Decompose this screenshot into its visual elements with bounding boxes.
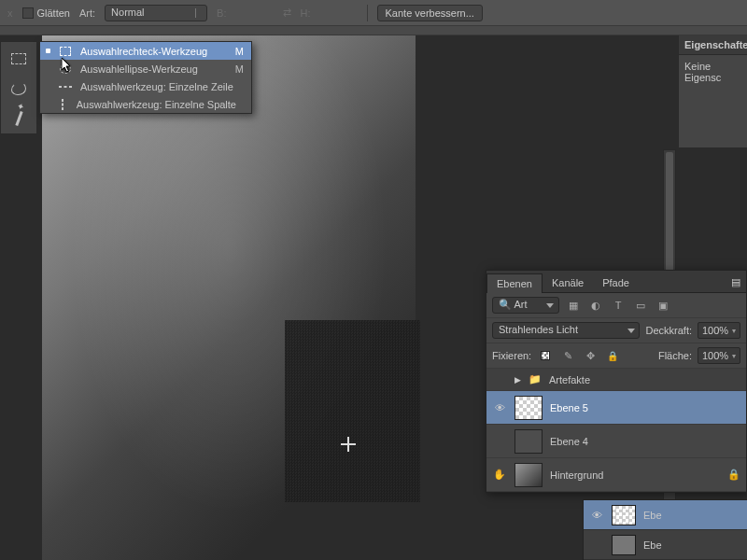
lock-position-icon[interactable] — [582, 348, 599, 363]
options-bar: x Glätten Art: Normal B: ⇄ H: Kante verb… — [0, 0, 747, 26]
lasso-tool-button[interactable] — [7, 77, 30, 100]
right-collapsed-panel: 👁 Ebe Ebe — [583, 499, 747, 560]
flyout-item-label: Auswahlwerkzeug: Einzelne Spalte — [77, 99, 236, 110]
layers-filter-row: 🔍 Art ▦ ◐ T ▭ ▣ — [486, 293, 746, 318]
lasso-icon — [11, 82, 26, 95]
flyout-item-label: Auswahlrechteck-Werkzeug — [80, 46, 228, 57]
wand-icon — [15, 111, 22, 126]
visibility-toggle[interactable]: 👁 — [589, 508, 604, 523]
visibility-toggle[interactable]: 👁 — [492, 400, 507, 415]
layers-panel: Ebenen Kanäle Pfade ▤ 🔍 Art ▦ ◐ T ▭ ▣ St… — [486, 270, 747, 493]
layer-filter-dropdown[interactable]: 🔍 Art — [492, 297, 559, 314]
marquee-tool-button[interactable] — [7, 48, 30, 70]
marquee-tool-flyout: Auswahlrechteck-Werkzeug M Auswahlellips… — [39, 41, 252, 114]
tab-channels[interactable]: Kanäle — [543, 273, 593, 292]
lock-all-icon[interactable] — [604, 348, 621, 363]
properties-panel: Eigenschaften Keine Eigensc — [678, 35, 747, 147]
flyout-item-shortcut: M — [235, 46, 244, 57]
style-value: Normal — [111, 7, 144, 18]
layer-thumbnail — [612, 535, 636, 555]
refine-edge-label: Kante verbessern... — [386, 7, 474, 19]
fill-field[interactable]: 100% — [698, 347, 740, 364]
layers-panel-tabs: Ebenen Kanäle Pfade ▤ — [486, 271, 746, 293]
layer-row[interactable]: ✋ Hintergrund🔒 — [486, 458, 746, 492]
crosshair-cursor-icon — [341, 437, 356, 452]
mouse-cursor-icon — [62, 58, 73, 73]
height-label: H: — [301, 7, 311, 19]
layer-row[interactable]: Ebene 4 — [486, 425, 746, 458]
panel-menu-icon[interactable]: ▤ — [726, 273, 746, 292]
lock-transparency-icon[interactable] — [537, 348, 554, 363]
flyout-item-label: Auswahlwerkzeug: Einzelne Zeile — [80, 81, 236, 92]
lock-icon: 🔒 — [727, 469, 740, 481]
flyout-item[interactable]: Auswahlwerkzeug: Einzelne Spalte — [40, 95, 251, 113]
filter-shape-icon[interactable]: ▭ — [632, 298, 649, 313]
active-dot-icon — [46, 49, 50, 53]
lock-pixels-icon[interactable] — [559, 348, 576, 363]
style-dropdown[interactable]: Normal — [105, 5, 207, 21]
antialias-checkbox[interactable]: Glätten — [22, 7, 70, 19]
tab-layers[interactable]: Ebenen — [486, 273, 543, 293]
visibility-toggle[interactable]: ✋ — [492, 468, 507, 483]
refine-edge-button[interactable]: Kante verbessern... — [377, 5, 483, 21]
layer-name: Ebene 5 — [550, 402, 588, 413]
disclosure-icon[interactable]: ▶ — [514, 375, 521, 385]
flyout-item-shortcut: M — [235, 63, 244, 75]
tool-icon — [58, 47, 73, 56]
antialias-label: Glätten — [37, 7, 70, 19]
layer-name: Ebe — [643, 539, 662, 551]
selection-noise-region — [285, 320, 420, 502]
collapsed-layer-row[interactable]: Ebe — [584, 530, 747, 560]
filter-type-icon[interactable]: T — [610, 298, 627, 313]
filter-pixel-icon[interactable]: ▦ — [565, 298, 582, 313]
lock-label: Fixieren: — [492, 350, 531, 361]
layer-group-row[interactable]: ▶ 📁 Artefakte — [486, 369, 746, 391]
blend-mode-dropdown[interactable]: Strahlendes Licht — [492, 322, 640, 339]
layer-name: Ebene 4 — [550, 436, 588, 447]
lock-fill-row: Fixieren: Fläche: 100% — [486, 343, 746, 369]
layer-thumbnail[interactable] — [514, 429, 543, 454]
fill-label: Fläche: — [658, 350, 692, 361]
tab-bar — [0, 26, 747, 35]
width-label: B: — [217, 7, 226, 19]
layer-thumbnail[interactable] — [514, 396, 543, 420]
opacity-label: Deckkraft: — [645, 325, 692, 336]
tool-preset-label: x — [7, 7, 13, 19]
layer-name: Artefakte — [549, 374, 590, 385]
wand-tool-button[interactable] — [7, 107, 30, 130]
visibility-toggle[interactable] — [589, 538, 604, 553]
layer-thumbnail — [612, 505, 636, 525]
flyout-item-label: Auswahlellipse-Werkzeug — [80, 63, 228, 75]
tool-strip — [0, 41, 37, 134]
folder-icon: 📁 — [529, 373, 542, 385]
tool-icon — [57, 99, 69, 110]
visibility-toggle[interactable] — [492, 434, 507, 449]
checkbox-icon — [22, 7, 34, 19]
style-label: Art: — [79, 7, 95, 19]
scrollbar-thumb[interactable] — [666, 152, 673, 283]
blend-opacity-row: Strahlendes Licht Deckkraft: 100% — [486, 318, 746, 343]
layer-thumbnail[interactable] — [514, 463, 543, 487]
properties-body: Keine Eigensc — [679, 55, 747, 89]
visibility-toggle[interactable] — [492, 372, 507, 387]
marquee-icon — [11, 53, 26, 64]
separator — [367, 5, 368, 21]
layer-name: Ebe — [643, 510, 662, 521]
tool-icon — [58, 86, 73, 88]
properties-tab[interactable]: Eigenschaften — [679, 35, 747, 55]
document-canvas[interactable] — [42, 35, 416, 560]
filter-smart-icon[interactable]: ▣ — [655, 298, 671, 313]
opacity-field[interactable]: 100% — [698, 322, 740, 339]
layer-name: Hintergrund — [550, 469, 603, 481]
layer-row[interactable]: 👁 Ebene 5 — [486, 391, 746, 425]
flyout-item[interactable]: Auswahlwerkzeug: Einzelne Zeile — [40, 77, 251, 95]
collapsed-layer-row[interactable]: 👁 Ebe — [584, 500, 747, 530]
layer-list: ▶ 📁 Artefakte👁 Ebene 5 Ebene 4✋ Hintergr… — [486, 369, 746, 492]
swap-icon: ⇄ — [283, 7, 291, 19]
tab-paths[interactable]: Pfade — [593, 273, 639, 292]
filter-adjust-icon[interactable]: ◐ — [587, 298, 604, 313]
